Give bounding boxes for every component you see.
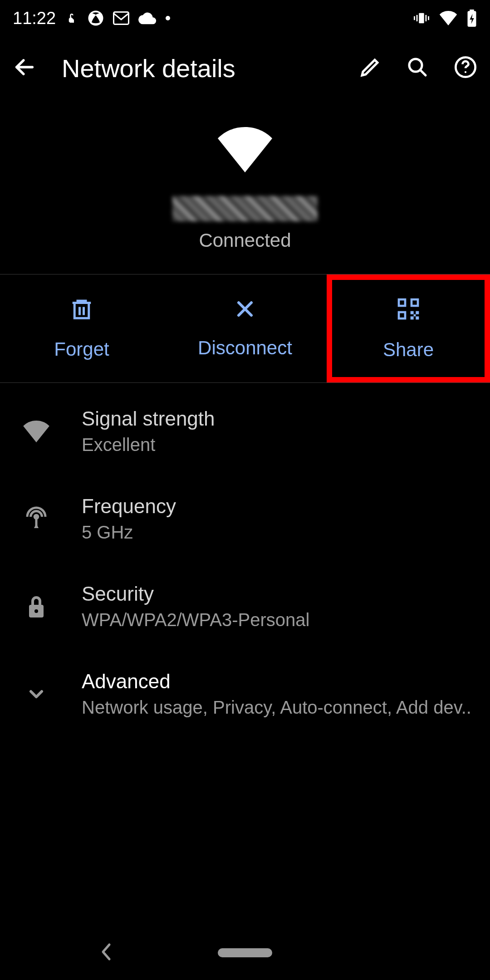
svg-point-30 — [34, 515, 38, 519]
edit-icon[interactable] — [359, 56, 381, 80]
gmail-icon — [113, 11, 129, 25]
lock-icon — [18, 594, 54, 619]
forget-label: Forget — [54, 338, 109, 360]
svg-line-11 — [420, 70, 426, 75]
svg-rect-4 — [426, 15, 427, 21]
chevron-down-icon — [18, 683, 54, 705]
svg-rect-24 — [400, 313, 404, 317]
vibrate-icon — [413, 10, 430, 26]
nav-back-icon[interactable] — [100, 943, 113, 963]
svg-rect-2 — [419, 13, 424, 24]
forget-button[interactable]: Forget — [0, 274, 163, 382]
svg-rect-14 — [74, 303, 89, 318]
security-label: Security — [82, 583, 472, 605]
wifi-signal-icon — [18, 421, 54, 442]
connection-status: Connected — [199, 230, 291, 251]
advanced-label: Advanced — [82, 670, 472, 693]
security-row[interactable]: Security WPA/WPA2/WPA3-Personal — [0, 563, 490, 650]
wifi-icon — [439, 11, 457, 25]
details-list: Signal strength Excellent Frequency 5 GH… — [0, 383, 490, 738]
status-bar: 11:22 — [0, 0, 490, 36]
action-row: Forget Disconnect Share — [0, 274, 490, 383]
signal-label: Signal strength — [82, 407, 472, 430]
status-time: 11:22 — [13, 9, 56, 28]
touch-icon — [65, 10, 78, 26]
trash-icon — [69, 297, 94, 326]
advanced-value: Network usage, Privacy, Auto-connect, Ad… — [82, 697, 472, 718]
wifi-large-icon — [216, 127, 274, 174]
svg-rect-5 — [414, 16, 415, 20]
qr-code-icon — [396, 296, 421, 326]
page-title: Network details — [53, 54, 343, 83]
frequency-value: 5 GHz — [82, 522, 472, 543]
advanced-row[interactable]: Advanced Network usage, Privacy, Auto-co… — [0, 650, 490, 738]
share-label: Share — [383, 339, 434, 361]
svg-rect-20 — [400, 300, 404, 304]
signal-strength-row[interactable]: Signal strength Excellent — [0, 387, 490, 475]
signal-value: Excellent — [82, 435, 472, 455]
help-icon[interactable] — [454, 55, 477, 81]
system-nav-bar — [0, 926, 490, 980]
svg-rect-28 — [416, 316, 419, 319]
svg-rect-22 — [412, 300, 416, 304]
share-button[interactable]: Share — [327, 274, 490, 382]
network-ssid-redacted — [172, 196, 318, 221]
app-bar: Network details — [0, 36, 490, 100]
svg-rect-6 — [428, 16, 429, 20]
svg-rect-1 — [114, 12, 129, 24]
battery-charging-icon — [466, 10, 477, 27]
svg-rect-26 — [416, 311, 419, 314]
back-icon[interactable] — [13, 55, 36, 81]
svg-rect-27 — [411, 316, 414, 319]
svg-rect-3 — [416, 15, 418, 21]
svg-rect-25 — [411, 311, 414, 314]
frequency-label: Frequency — [82, 495, 472, 518]
disconnect-label: Disconnect — [198, 337, 292, 359]
security-value: WPA/WPA2/WPA3-Personal — [82, 610, 472, 630]
network-hero: Connected — [0, 100, 490, 274]
antenna-icon — [18, 505, 54, 533]
cloud-icon — [138, 12, 157, 24]
frequency-row[interactable]: Frequency 5 GHz — [0, 475, 490, 563]
notification-dot-icon — [166, 16, 170, 20]
nav-home-pill[interactable] — [218, 948, 272, 957]
close-icon — [234, 298, 256, 324]
xbox-icon — [88, 10, 104, 26]
svg-point-33 — [34, 609, 38, 613]
svg-rect-29 — [414, 314, 416, 317]
svg-rect-8 — [470, 10, 474, 12]
disconnect-button[interactable]: Disconnect — [163, 274, 327, 382]
search-icon[interactable] — [407, 56, 428, 80]
svg-point-13 — [465, 71, 466, 73]
